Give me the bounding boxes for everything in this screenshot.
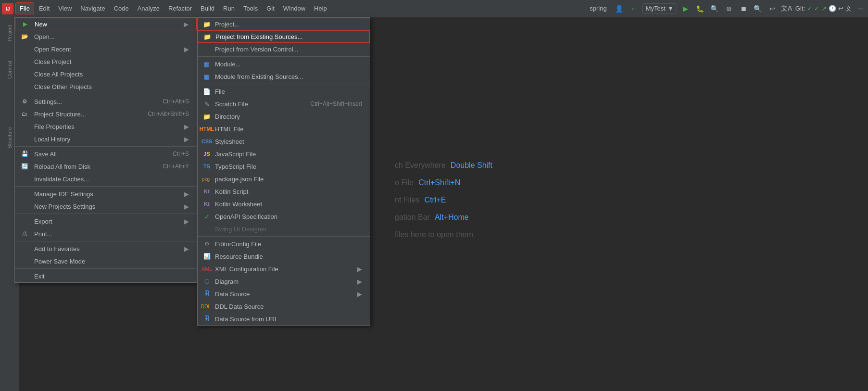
menubar-refactor[interactable]: Refactor [164, 3, 196, 14]
menu-invalidate[interactable]: Invalidate Caches... [15, 173, 197, 185]
new-kotlin-worksheet[interactable]: Kt Kotlin Worksheet [198, 198, 370, 210]
sep3 [15, 186, 197, 187]
profile-btn[interactable]: 👤 [614, 3, 625, 14]
print-icon: 🖨 [20, 229, 29, 239]
js-icon: JS [201, 149, 212, 159]
menu-exit[interactable]: Exit [15, 270, 197, 282]
ddl-icon: DDL [201, 301, 211, 312]
menubar-run[interactable]: Run [219, 3, 239, 14]
menu-settings[interactable]: ⚙ Settings... Ctrl+Alt+S [15, 95, 197, 108]
new-editorconfig-label: EditorConfig File [215, 240, 261, 248]
menubar-code[interactable]: Code [110, 3, 133, 14]
new-file[interactable]: 📄 File [198, 85, 370, 98]
new-project-existing[interactable]: 📁 Project from Existing Sources... [198, 30, 370, 43]
menubar-edit[interactable]: Edit [35, 3, 53, 14]
ts-icon: TS [201, 161, 212, 172]
new-ddl-data-source[interactable]: DDL DDL Data Source [198, 300, 370, 313]
settings-icon: ⚙ [20, 97, 29, 106]
search-btn[interactable]: 🔍 [752, 3, 764, 14]
new-project-vcs-label: Project from Version Control... [215, 46, 298, 53]
stop-btn[interactable]: ⏹ [738, 3, 749, 14]
new-data-source[interactable]: 🗄 Data Source ▶ [198, 288, 370, 300]
menu-open-label: Open... [34, 33, 55, 40]
menu-project-structure[interactable]: 🗂 Project Structure... Ctrl+Alt+Shift+S [15, 108, 197, 120]
scratch-icon: ✎ [201, 99, 212, 109]
menu-power-save[interactable]: Power Save Mode [15, 255, 197, 267]
run-btn[interactable]: ▶ [680, 3, 692, 14]
menubar-file[interactable]: File [15, 2, 34, 14]
new-module-existing[interactable]: ▦ Module from Existing Sources... [198, 70, 370, 83]
new-scratch-label: Scratch File [215, 101, 248, 108]
menu-manage-ide[interactable]: Manage IDE Settings ▶ [15, 188, 197, 200]
new-openapi[interactable]: ✓ OpenAPI Specification [198, 210, 370, 223]
pkg-icon: pkg [201, 174, 211, 184]
menu-save-all[interactable]: 💾 Save All Ctrl+S [15, 148, 197, 160]
new-typescript[interactable]: TS TypeScript File [198, 160, 370, 173]
file-icon: 📄 [201, 86, 212, 97]
menubar-git[interactable]: Git [263, 3, 278, 14]
new-javascript-label: JavaScript File [215, 151, 256, 158]
sidebar-tab-commit[interactable]: Commit [5, 57, 14, 83]
reload-icon: 🔄 [20, 162, 29, 171]
menubar-navigate[interactable]: Navigate [76, 3, 109, 14]
menubar-view[interactable]: View [54, 3, 75, 14]
menu-reload[interactable]: 🔄 Reload All from Disk Ctrl+Alt+Y [15, 160, 197, 173]
translate-btn[interactable]: 文A [781, 3, 793, 14]
new-resource-bundle[interactable]: 📊 Resource Bundle [198, 250, 370, 263]
coverage-btn[interactable]: 🔍 [709, 3, 720, 14]
run-config-label: MyTest [646, 5, 666, 12]
new-kotlin-script[interactable]: Kt Kotlin Script [198, 185, 370, 198]
save-icon: 💾 [20, 149, 29, 159]
sidebar-tab-structure[interactable]: Structure [5, 123, 14, 152]
menubar-tools[interactable]: Tools [239, 3, 262, 14]
new-editorconfig[interactable]: ⚙ EditorConfig File [198, 238, 370, 250]
menu-close-project[interactable]: Close Project [15, 55, 197, 68]
menu-print[interactable]: 🖨 Print... [15, 227, 197, 240]
menu-export[interactable]: Export ▶ [15, 215, 197, 227]
navigation-bar-hint: gation Bar Alt+Home [395, 213, 492, 222]
undo-btn[interactable]: ↩ [767, 3, 778, 14]
menubar-window[interactable]: Window [279, 3, 309, 14]
new-module[interactable]: ▦ Module... [198, 58, 370, 70]
new-scratch[interactable]: ✎ Scratch File Ctrl+Alt+Shift+Insert [198, 98, 370, 110]
menu-new[interactable]: ▶ New ▶ [15, 18, 197, 30]
file-props-arrow: ▶ [184, 123, 189, 130]
git-kanji: 文 [845, 4, 852, 13]
new-kotlin-script-label: Kotlin Script [215, 188, 248, 195]
new-stylesheet[interactable]: CSS Stylesheet [198, 135, 370, 148]
sidebar-tab-project[interactable]: Project [5, 21, 14, 45]
debug-btn[interactable]: 🐛 [694, 3, 706, 14]
menu-file-properties[interactable]: File Properties ▶ [15, 120, 197, 133]
xml-icon: XML [201, 264, 212, 274]
app-icon: IJ [2, 3, 13, 14]
new-diagram[interactable]: ⬡ Diagram ▶ [198, 275, 370, 288]
new-package-json[interactable]: pkg package.json File [198, 173, 370, 185]
new-data-source-url[interactable]: 🗄 Data Source from URL [198, 313, 370, 325]
menu-open[interactable]: 📂 Open... [15, 30, 197, 43]
run-config[interactable]: MyTest ▼ [642, 3, 677, 13]
menu-close-other[interactable]: Close Other Projects [15, 80, 197, 93]
menubar-help[interactable]: Help [310, 3, 331, 14]
menu-add-favorites[interactable]: Add to Favorites ▶ [15, 242, 197, 255]
menubar-build[interactable]: Build [197, 3, 218, 14]
sep4 [15, 214, 197, 214]
profile-run-btn[interactable]: ⊕ [723, 3, 735, 14]
new-project-vcs[interactable]: Project from Version Control... [198, 43, 370, 55]
new-xml-config[interactable]: XML XML Configuration File ▶ [198, 263, 370, 275]
new-directory[interactable]: 📁 Directory [198, 110, 370, 123]
add-fav-arrow: ▶ [184, 245, 189, 252]
menu-new-projects-settings[interactable]: New Projects Settings ▶ [15, 200, 197, 213]
new-project[interactable]: 📁 Project... [198, 18, 370, 30]
menu-new-projects-settings-label: New Projects Settings [34, 203, 95, 210]
new-module-existing-label: Module from Existing Sources... [215, 73, 303, 80]
run-config-arrow: ▼ [667, 5, 674, 12]
menubar-analyze[interactable]: Analyze [134, 3, 164, 14]
menu-close-all[interactable]: Close All Projects [15, 68, 197, 80]
new-javascript[interactable]: JS JavaScript File [198, 148, 370, 160]
menu-open-recent[interactable]: Open Recent ▶ [15, 43, 197, 55]
back-btn[interactable]: ← [628, 3, 640, 14]
new-html[interactable]: HTML HTML File [198, 123, 370, 135]
minimize-btn[interactable]: ─ [855, 3, 866, 14]
menu-local-history[interactable]: Local History ▶ [15, 133, 197, 145]
new-directory-label: Directory [215, 113, 240, 120]
